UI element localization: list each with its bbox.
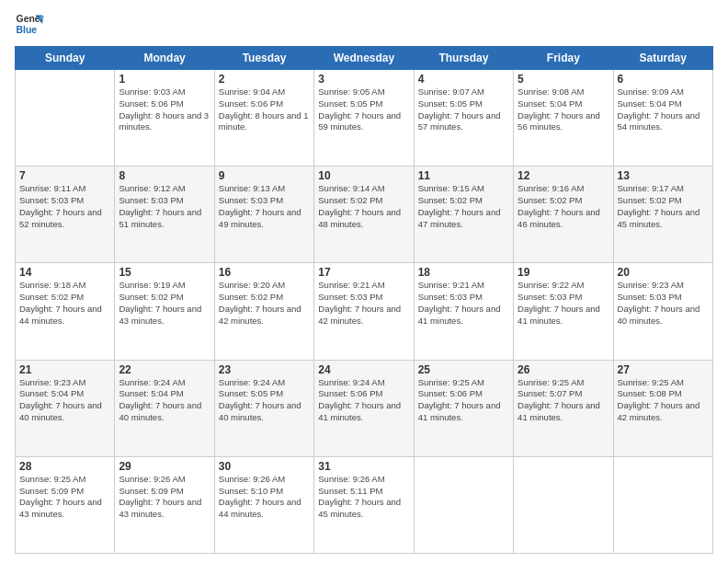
calendar-cell (514, 456, 613, 553)
calendar-cell: 23Sunrise: 9:24 AM Sunset: 5:05 PM Dayli… (214, 360, 313, 456)
calendar-cell: 6Sunrise: 9:09 AM Sunset: 5:04 PM Daylig… (613, 70, 712, 167)
day-info: Sunrise: 9:26 AM Sunset: 5:10 PM Dayligh… (219, 474, 310, 521)
day-info: Sunrise: 9:19 AM Sunset: 5:02 PM Dayligh… (119, 280, 210, 327)
header: General Blue (15, 9, 713, 39)
page: General Blue SundayMondayTuesdayWednesda… (0, 0, 728, 563)
day-number: 28 (19, 460, 110, 473)
calendar-cell: 16Sunrise: 9:20 AM Sunset: 5:02 PM Dayli… (214, 263, 313, 360)
day-number: 14 (19, 266, 110, 279)
week-row-4: 21Sunrise: 9:23 AM Sunset: 5:04 PM Dayli… (16, 360, 713, 456)
day-info: Sunrise: 9:23 AM Sunset: 5:03 PM Dayligh… (618, 280, 709, 327)
calendar-cell: 29Sunrise: 9:26 AM Sunset: 5:09 PM Dayli… (115, 456, 214, 553)
weekday-header-thursday: Thursday (414, 47, 513, 70)
weekday-header-monday: Monday (115, 47, 214, 70)
day-info: Sunrise: 9:16 AM Sunset: 5:02 PM Dayligh… (518, 183, 609, 230)
day-number: 10 (318, 169, 409, 182)
day-number: 22 (119, 363, 210, 376)
day-number: 19 (518, 266, 609, 279)
calendar-cell: 21Sunrise: 9:23 AM Sunset: 5:04 PM Dayli… (16, 360, 115, 456)
svg-text:Blue: Blue (17, 25, 38, 35)
calendar-table: SundayMondayTuesdayWednesdayThursdayFrid… (15, 46, 713, 554)
day-info: Sunrise: 9:24 AM Sunset: 5:04 PM Dayligh… (119, 377, 210, 424)
day-number: 24 (318, 363, 409, 376)
day-info: Sunrise: 9:08 AM Sunset: 5:04 PM Dayligh… (518, 86, 609, 133)
calendar-cell: 2Sunrise: 9:04 AM Sunset: 5:06 PM Daylig… (214, 70, 313, 167)
weekday-header-tuesday: Tuesday (214, 47, 313, 70)
calendar-cell: 12Sunrise: 9:16 AM Sunset: 5:02 PM Dayli… (514, 167, 613, 263)
day-info: Sunrise: 9:05 AM Sunset: 5:05 PM Dayligh… (318, 86, 409, 133)
weekday-header-sunday: Sunday (16, 47, 115, 70)
calendar-cell: 13Sunrise: 9:17 AM Sunset: 5:02 PM Dayli… (613, 167, 712, 263)
day-info: Sunrise: 9:07 AM Sunset: 5:05 PM Dayligh… (418, 86, 509, 133)
day-info: Sunrise: 9:12 AM Sunset: 5:03 PM Dayligh… (119, 183, 210, 230)
day-info: Sunrise: 9:17 AM Sunset: 5:02 PM Dayligh… (618, 183, 709, 230)
day-number: 8 (119, 169, 210, 182)
day-number: 27 (618, 363, 709, 376)
calendar-cell: 25Sunrise: 9:25 AM Sunset: 5:06 PM Dayli… (414, 360, 513, 456)
day-number: 29 (119, 460, 210, 473)
calendar-cell: 3Sunrise: 9:05 AM Sunset: 5:05 PM Daylig… (314, 70, 414, 167)
day-info: Sunrise: 9:15 AM Sunset: 5:02 PM Dayligh… (418, 183, 509, 230)
day-info: Sunrise: 9:21 AM Sunset: 5:03 PM Dayligh… (418, 280, 509, 327)
day-number: 13 (618, 169, 709, 182)
logo: General Blue (15, 9, 44, 39)
calendar-cell: 8Sunrise: 9:12 AM Sunset: 5:03 PM Daylig… (115, 167, 214, 263)
calendar-cell: 22Sunrise: 9:24 AM Sunset: 5:04 PM Dayli… (115, 360, 214, 456)
day-number: 9 (219, 169, 310, 182)
logo-icon: General Blue (15, 9, 44, 39)
calendar-cell: 31Sunrise: 9:26 AM Sunset: 5:11 PM Dayli… (314, 456, 414, 553)
day-info: Sunrise: 9:21 AM Sunset: 5:03 PM Dayligh… (318, 280, 409, 327)
day-info: Sunrise: 9:22 AM Sunset: 5:03 PM Dayligh… (518, 280, 609, 327)
day-info: Sunrise: 9:14 AM Sunset: 5:02 PM Dayligh… (318, 183, 409, 230)
day-info: Sunrise: 9:25 AM Sunset: 5:06 PM Dayligh… (418, 377, 509, 424)
day-number: 7 (19, 169, 110, 182)
calendar-cell: 15Sunrise: 9:19 AM Sunset: 5:02 PM Dayli… (115, 263, 214, 360)
calendar-cell (16, 70, 115, 167)
day-info: Sunrise: 9:25 AM Sunset: 5:08 PM Dayligh… (618, 377, 709, 424)
day-info: Sunrise: 9:09 AM Sunset: 5:04 PM Dayligh… (618, 86, 709, 133)
day-number: 23 (219, 363, 310, 376)
day-info: Sunrise: 9:11 AM Sunset: 5:03 PM Dayligh… (19, 183, 110, 230)
day-number: 1 (119, 73, 210, 86)
day-number: 17 (318, 266, 409, 279)
week-row-5: 28Sunrise: 9:25 AM Sunset: 5:09 PM Dayli… (16, 456, 713, 553)
calendar-cell: 9Sunrise: 9:13 AM Sunset: 5:03 PM Daylig… (214, 167, 313, 263)
day-number: 6 (618, 73, 709, 86)
day-number: 5 (518, 73, 609, 86)
weekday-header-row: SundayMondayTuesdayWednesdayThursdayFrid… (16, 47, 713, 70)
weekday-header-saturday: Saturday (613, 47, 712, 70)
day-number: 12 (518, 169, 609, 182)
week-row-3: 14Sunrise: 9:18 AM Sunset: 5:02 PM Dayli… (16, 263, 713, 360)
day-info: Sunrise: 9:20 AM Sunset: 5:02 PM Dayligh… (219, 280, 310, 327)
weekday-header-friday: Friday (514, 47, 613, 70)
calendar-cell: 10Sunrise: 9:14 AM Sunset: 5:02 PM Dayli… (314, 167, 414, 263)
week-row-1: 1Sunrise: 9:03 AM Sunset: 5:06 PM Daylig… (16, 70, 713, 167)
day-number: 30 (219, 460, 310, 473)
calendar-cell: 14Sunrise: 9:18 AM Sunset: 5:02 PM Dayli… (16, 263, 115, 360)
week-row-2: 7Sunrise: 9:11 AM Sunset: 5:03 PM Daylig… (16, 167, 713, 263)
day-number: 21 (19, 363, 110, 376)
day-number: 20 (618, 266, 709, 279)
day-number: 2 (219, 73, 310, 86)
day-info: Sunrise: 9:25 AM Sunset: 5:07 PM Dayligh… (518, 377, 609, 424)
day-number: 16 (219, 266, 310, 279)
calendar-cell: 7Sunrise: 9:11 AM Sunset: 5:03 PM Daylig… (16, 167, 115, 263)
day-info: Sunrise: 9:24 AM Sunset: 5:06 PM Dayligh… (318, 377, 409, 424)
day-number: 31 (318, 460, 409, 473)
day-number: 18 (418, 266, 509, 279)
day-number: 4 (418, 73, 509, 86)
day-number: 11 (418, 169, 509, 182)
day-info: Sunrise: 9:13 AM Sunset: 5:03 PM Dayligh… (219, 183, 310, 230)
calendar-cell: 24Sunrise: 9:24 AM Sunset: 5:06 PM Dayli… (314, 360, 414, 456)
calendar-cell: 11Sunrise: 9:15 AM Sunset: 5:02 PM Dayli… (414, 167, 513, 263)
calendar-cell: 1Sunrise: 9:03 AM Sunset: 5:06 PM Daylig… (115, 70, 214, 167)
calendar-cell: 28Sunrise: 9:25 AM Sunset: 5:09 PM Dayli… (16, 456, 115, 553)
calendar-cell: 4Sunrise: 9:07 AM Sunset: 5:05 PM Daylig… (414, 70, 513, 167)
calendar-cell: 17Sunrise: 9:21 AM Sunset: 5:03 PM Dayli… (314, 263, 414, 360)
day-info: Sunrise: 9:25 AM Sunset: 5:09 PM Dayligh… (19, 474, 110, 521)
day-info: Sunrise: 9:24 AM Sunset: 5:05 PM Dayligh… (219, 377, 310, 424)
calendar-cell: 18Sunrise: 9:21 AM Sunset: 5:03 PM Dayli… (414, 263, 513, 360)
calendar-cell: 20Sunrise: 9:23 AM Sunset: 5:03 PM Dayli… (613, 263, 712, 360)
calendar-cell: 27Sunrise: 9:25 AM Sunset: 5:08 PM Dayli… (613, 360, 712, 456)
day-number: 26 (518, 363, 609, 376)
